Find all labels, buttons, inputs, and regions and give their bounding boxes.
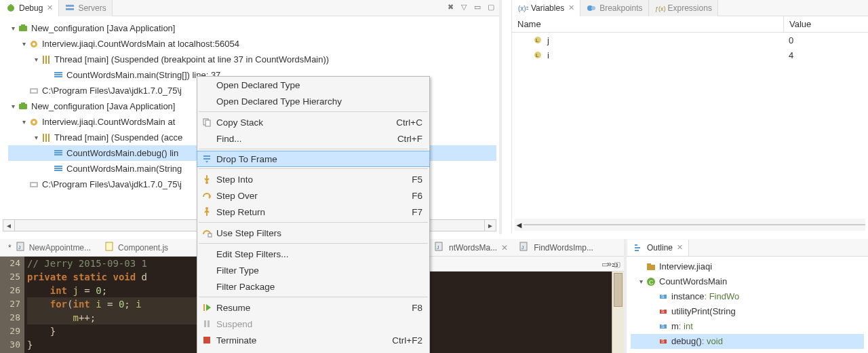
twisty-icon[interactable]: ▾ — [8, 20, 18, 36]
minimize-icon[interactable]: ▭ — [599, 259, 610, 270]
tab-variables[interactable]: (x)= Variables ✕ — [512, 0, 580, 16]
menu-item[interactable]: Copy StackCtrl+C — [197, 114, 429, 130]
svg-rect-9 — [54, 76, 62, 77]
scroll-left-icon[interactable]: ◄ — [3, 219, 15, 231]
stepfilter-icon — [197, 227, 216, 238]
java-app-icon — [18, 23, 28, 34]
twisty-icon[interactable]: ▾ — [636, 274, 646, 289]
outline-node[interactable]: Sinstance : FindWo — [631, 289, 864, 304]
tab-servers[interactable]: Servers — [59, 0, 112, 16]
menu-item[interactable]: Open Declared Type Hierarchy — [197, 93, 429, 109]
outline-node[interactable]: SutilityPrint(String — [631, 304, 864, 319]
menu-item[interactable]: Find...Ctrl+F — [197, 130, 429, 147]
menu-item[interactable]: Edit Step Filters... — [197, 246, 429, 262]
editor-mid-body[interactable] — [429, 272, 624, 353]
localvar-icon: L — [532, 50, 543, 60]
menu-item[interactable]: Step ReturnF7 — [197, 204, 429, 220]
twisty-icon[interactable]: ▾ — [31, 52, 41, 67]
variable-row[interactable]: Lj0 — [512, 33, 868, 48]
tab-debug[interactable]: Debug ✕ — [0, 0, 59, 16]
scroll-track[interactable] — [524, 224, 865, 225]
debug-tree-node[interactable]: ▾Thread [main] (Suspended (breakpoint at… — [8, 52, 496, 67]
vertical-scrollbar[interactable] — [612, 272, 624, 353]
close-icon[interactable]: ✕ — [501, 243, 508, 253]
tab-outline[interactable]: Outline ✕ — [628, 240, 689, 256]
outline-node[interactable]: ▾CCountWordsMain — [631, 274, 864, 289]
editor-mid: J ntWordsMa... ✕ J FindWordsImp... »₂₃ ▭… — [429, 239, 627, 353]
svg-point-36 — [205, 207, 208, 210]
context-menu[interactable]: Open Declared TypeOpen Declared Type Hie… — [197, 76, 430, 353]
menu-item-label: Step Over — [216, 191, 403, 201]
outline-type: : FindWo — [704, 289, 739, 304]
outline-node[interactable]: Sdebug() : void — [631, 334, 864, 349]
close-icon[interactable]: ✕ — [47, 3, 53, 12]
variable-row[interactable]: Li4 — [512, 48, 868, 62]
debug-tabbar: Debug ✕ Servers ✖ ▽ ▭ ▢ — [0, 0, 499, 16]
outline-label: utilityPrint(String — [671, 304, 736, 319]
column-value[interactable]: Value — [783, 16, 868, 32]
menu-item[interactable]: Filter Type — [197, 262, 429, 278]
debug-target-icon — [28, 39, 39, 50]
svg-rect-18 — [54, 154, 62, 155]
svg-rect-37 — [208, 234, 212, 237]
tab-expressions[interactable]: ƒ(x) Expressions — [649, 0, 718, 16]
menu-item: Suspend — [197, 316, 429, 332]
scroll-thumb[interactable] — [614, 273, 623, 307]
suspend-icon — [197, 318, 216, 329]
outline-label: instance — [671, 289, 704, 304]
debug-tree-node[interactable]: ▾Interview.jiaqi.CountWordsMain at local… — [8, 36, 496, 52]
minimize-icon[interactable]: ▭ — [472, 1, 483, 12]
close-icon[interactable]: ✕ — [677, 243, 683, 252]
menu-item[interactable]: Filter Package — [197, 278, 429, 295]
menu-item[interactable]: Use Step Filters — [197, 225, 429, 241]
svg-rect-4 — [19, 26, 27, 31]
outline-type: : int — [679, 319, 693, 334]
node-label: CountWordsMain.main(String — [66, 161, 182, 176]
column-name[interactable]: Name — [512, 16, 783, 32]
twisty-icon[interactable]: ▾ — [19, 36, 28, 52]
svg-text:S: S — [661, 339, 665, 343]
variables-header: Name Value — [512, 16, 868, 33]
remove-terminated-icon[interactable]: ✖ — [445, 1, 456, 12]
menu-item[interactable]: Drop To Frame — [197, 151, 430, 167]
view-menu-icon[interactable]: ▽ — [458, 1, 469, 12]
stackframe-icon — [53, 164, 64, 174]
tab-findwordsimp[interactable]: J FindWordsImp... — [513, 241, 599, 254]
outline-node[interactable]: Sm : int — [631, 319, 864, 334]
tab-ntwordsma[interactable]: J ntWordsMa... ✕ — [429, 241, 513, 254]
twisty-icon[interactable]: ▾ — [8, 98, 18, 114]
svg-text:J: J — [521, 245, 524, 250]
debug-target-icon — [28, 117, 39, 128]
servers-icon — [64, 3, 75, 14]
menu-item[interactable]: ResumeF8 — [197, 299, 429, 316]
menu-item[interactable]: Step IntoF5 — [197, 171, 429, 187]
tab-newappointme[interactable]: J NewAppointme... — [1, 239, 98, 256]
twisty-icon[interactable]: ▾ — [19, 114, 28, 130]
java-file-icon: J — [434, 241, 445, 254]
maximize-icon[interactable]: ▢ — [612, 259, 623, 270]
twisty-icon[interactable]: ▾ — [31, 130, 41, 145]
outline-node[interactable]: Interview.jiaqi — [631, 259, 864, 274]
close-icon[interactable]: ✕ — [568, 3, 574, 12]
stepover-icon — [197, 190, 216, 201]
menu-item[interactable]: TerminateCtrl+F2 — [197, 332, 429, 348]
menu-item-label: Open Declared Type Hierarchy — [216, 96, 422, 107]
scroll-right-icon[interactable]: ► — [484, 219, 496, 231]
menu-item[interactable]: Open Declared Type — [197, 77, 429, 93]
menu-item[interactable]: Terminate and Relaunch▶ — [197, 348, 429, 353]
svg-text:L: L — [536, 52, 539, 58]
editors-area: J NewAppointme... Component.js 242526272… — [0, 239, 868, 353]
tab-componentjs[interactable]: Component.js — [98, 239, 175, 256]
svg-rect-5 — [21, 24, 25, 26]
node-label: C:\Program Files\Java\jdk1.7.0_75\j — [42, 176, 182, 192]
scroll-left-icon[interactable]: ◄ — [515, 220, 524, 230]
horizontal-scrollbar[interactable]: ◄ — [515, 219, 865, 231]
tab-servers-label: Servers — [78, 3, 106, 13]
debug-tree-node[interactable]: ▾New_configuration [Java Application] — [8, 20, 496, 36]
tab-breakpoints[interactable]: Breakpoints — [580, 0, 648, 16]
maximize-icon[interactable]: ▢ — [486, 1, 496, 12]
outline-tree[interactable]: Interview.jiaqi▾CCountWordsMainSinstance… — [627, 257, 868, 353]
menu-item[interactable]: Step OverF6 — [197, 187, 429, 204]
svg-text:J: J — [18, 245, 21, 250]
svg-rect-8 — [54, 74, 62, 75]
